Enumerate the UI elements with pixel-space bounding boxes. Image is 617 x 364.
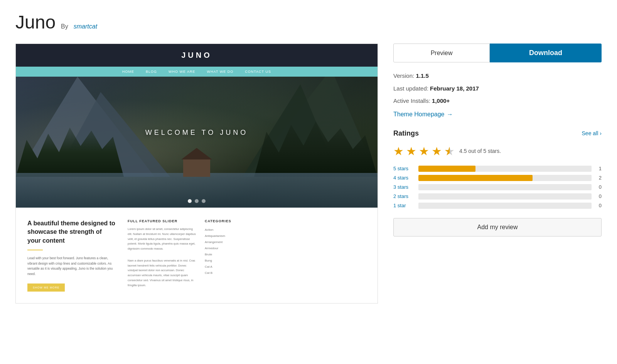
bar-count-5: 1: [595, 166, 602, 171]
mockup-col-slider: FULL FEATURED SLIDER Lorem ipsum dolor s…: [128, 219, 205, 292]
theme-homepage-arrow: →: [447, 111, 453, 118]
bar-fill-5: [418, 166, 475, 172]
bar-fill-4: [418, 175, 533, 181]
active-installs-label: Active Installs:: [393, 97, 430, 104]
mockup-nav: HOME BLOG WHO WE ARE WHAT WE DO CONTACT …: [16, 67, 378, 77]
star-5: ★ ★: [444, 144, 455, 158]
bar-count-3: 0: [595, 184, 602, 190]
nav-contact: CONTACT US: [245, 70, 271, 74]
see-all-arrow: ›: [600, 130, 602, 136]
star-4: ★: [432, 144, 442, 158]
mockup-site-title: JUNO: [16, 44, 378, 67]
bar-track-3: [418, 184, 592, 190]
dot-2: [195, 199, 199, 203]
version-value: 1.1.5: [416, 72, 428, 79]
stars-display: ★ ★ ★ ★ ★ ★ 4.5 out of 5 stars.: [393, 144, 602, 158]
cat-item: Bung: [205, 258, 366, 264]
version-label: Version:: [393, 72, 414, 79]
cat-item: Arrangement: [205, 239, 366, 245]
by-label: By: [61, 23, 68, 30]
tagline-heading: A beautiful theme designed to showcase t…: [27, 219, 116, 245]
mockup-col-tagline: A beautiful theme designed to showcase t…: [27, 219, 128, 292]
mockup-content: A beautiful theme designed to showcase t…: [16, 208, 378, 303]
bar-label-4[interactable]: 4 stars: [393, 175, 415, 181]
bar-track-2: [418, 193, 592, 200]
active-installs-value: 1,000+: [432, 97, 450, 104]
author-link[interactable]: smartcat: [74, 23, 97, 30]
active-installs-row: Active Installs: 1,000+: [393, 97, 602, 106]
action-buttons: Preview Download: [393, 44, 602, 62]
dot-1: [188, 199, 192, 203]
slider-text: Lorem ipsum dolor sit amet, consectetur …: [128, 227, 197, 252]
mockup-hero: WELCOME TO JUNO: [16, 77, 378, 208]
categories-list: Action Antiquarianism Arrangement Armedo…: [205, 227, 366, 276]
star-3: ★: [419, 144, 429, 158]
version-row: Version: 1.1.5: [393, 72, 602, 81]
hero-text: WELCOME TO JUNO: [145, 129, 248, 137]
see-all-link[interactable]: See all ›: [582, 130, 602, 136]
bar-label-5[interactable]: 5 stars: [393, 166, 415, 171]
cat-item: Cat B: [205, 270, 366, 276]
page-header: Juno By smartcat: [15, 12, 602, 33]
bar-label-2[interactable]: 2 stars: [393, 193, 415, 199]
star-2: ★: [406, 144, 416, 158]
slider-text-2: Nam a diam purus faucibus venenatis at i…: [128, 258, 197, 288]
bar-label-3[interactable]: 3 stars: [393, 184, 415, 190]
bar-row-1: 1 star 0: [393, 203, 602, 209]
bar-track-1: [418, 203, 592, 209]
bar-count-2: 0: [595, 193, 602, 199]
last-updated-value: February 18, 2017: [430, 85, 479, 92]
cat-item: Action: [205, 227, 366, 233]
ratings-header: Ratings See all ›: [393, 129, 602, 138]
theme-homepage-link[interactable]: Theme Homepage →: [393, 111, 453, 118]
bar-row-3: 3 stars 0: [393, 184, 602, 190]
last-updated-row: Last updated: February 18, 2017: [393, 84, 602, 93]
bar-count-1: 0: [595, 203, 602, 208]
mockup-col-categories: CATEGORIES Action Antiquarianism Arrange…: [205, 219, 366, 292]
last-updated-label: Last updated:: [393, 85, 428, 92]
cabin: [183, 159, 210, 177]
show-more-button[interactable]: SHOW ME MORE: [27, 283, 65, 292]
sidebar: Preview Download Version: 1.1.5 Last upd…: [393, 44, 602, 237]
categories-heading: CATEGORIES: [205, 219, 366, 223]
dot-3: [202, 199, 206, 203]
bar-row-5: 5 stars 1: [393, 166, 602, 172]
carousel-dots: [188, 199, 206, 203]
cat-item: Brute: [205, 252, 366, 258]
bar-track-4: [418, 175, 592, 181]
bar-row-2: 2 stars 0: [393, 193, 602, 200]
ratings-title: Ratings: [393, 129, 419, 138]
star-1: ★: [393, 144, 404, 158]
bar-row-4: 4 stars 2: [393, 175, 602, 181]
nav-who: WHO WE ARE: [169, 70, 196, 74]
nav-what: WHAT WE DO: [207, 70, 234, 74]
see-all-label: See all: [582, 130, 598, 136]
bar-count-4: 2: [595, 175, 602, 181]
theme-title: Juno: [15, 12, 56, 33]
preview-frame: JUNO HOME BLOG WHO WE ARE WHAT WE DO CON…: [15, 44, 378, 304]
cat-item: Cat A: [205, 264, 366, 270]
nav-home: HOME: [122, 70, 134, 74]
bar-track-5: [418, 166, 592, 172]
ratings-section: Ratings See all › ★ ★ ★ ★ ★ ★ 4.5 out of…: [393, 129, 602, 237]
nav-blog: BLOG: [146, 70, 157, 74]
cat-item: Armedour: [205, 245, 366, 252]
preview-button[interactable]: Preview: [393, 44, 490, 62]
main-content: JUNO HOME BLOG WHO WE ARE WHAT WE DO CON…: [15, 44, 602, 304]
tagline-divider: [27, 250, 43, 250]
bar-label-1[interactable]: 1 star: [393, 203, 415, 208]
meta-info: Version: 1.1.5 Last updated: February 18…: [393, 72, 602, 118]
cat-item: Antiquarianism: [205, 233, 366, 239]
add-review-button[interactable]: Add my review: [393, 218, 602, 237]
tagline-body: Lead with your best foot forward. Juno f…: [27, 256, 116, 277]
rating-bars: 5 stars 1 4 stars 2 3 stars: [393, 166, 602, 209]
rating-text: 4.5 out of 5 stars.: [459, 148, 501, 154]
theme-homepage-label: Theme Homepage: [393, 111, 445, 118]
slider-heading: FULL FEATURED SLIDER: [128, 219, 197, 223]
download-button[interactable]: Download: [490, 44, 602, 62]
